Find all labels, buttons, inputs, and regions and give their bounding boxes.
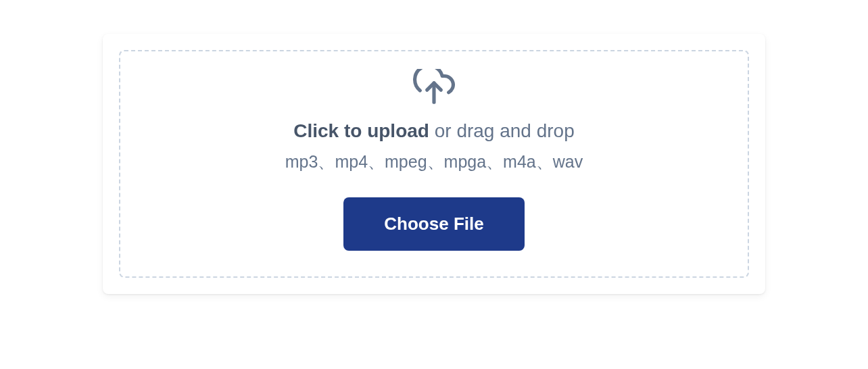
upload-drag-label: or drag and drop	[429, 120, 575, 141]
cloud-upload-icon	[413, 69, 455, 104]
upload-dropzone[interactable]: Click to upload or drag and drop mp3、mp4…	[119, 50, 749, 278]
upload-click-label: Click to upload	[293, 120, 429, 141]
upload-instruction: Click to upload or drag and drop	[293, 118, 575, 144]
choose-file-button[interactable]: Choose File	[343, 197, 524, 251]
upload-card: Click to upload or drag and drop mp3、mp4…	[103, 34, 765, 294]
upload-formats: mp3、mp4、mpeg、mpga、m4a、wav	[285, 151, 583, 173]
